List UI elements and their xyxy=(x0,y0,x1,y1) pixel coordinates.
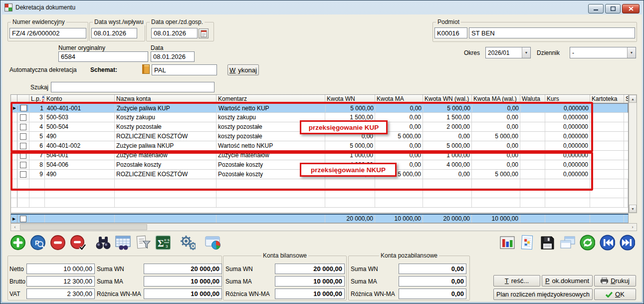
delete-checked-button[interactable] xyxy=(70,235,86,251)
header-kurs[interactable]: Kurs xyxy=(545,95,590,103)
minimize-button[interactable] xyxy=(588,4,604,13)
cell-s xyxy=(624,113,628,122)
table-row[interactable]: 7504-001Zużycie materiałówZużycie materi… xyxy=(11,151,628,160)
cell-kurs: 0,000000 xyxy=(545,122,590,131)
ok-button[interactable]: OK xyxy=(594,289,636,300)
numer-ewidencyjny-input[interactable]: FZ/4 /26/000002 xyxy=(9,28,86,38)
last-record-button[interactable] xyxy=(619,235,635,251)
szukaj-input[interactable] xyxy=(51,82,215,92)
scroll-right-icon[interactable]: › xyxy=(629,224,637,231)
cell-kwota_wn_wal: 5 000,00 xyxy=(424,105,472,112)
dziennik-select[interactable]: - ▼ xyxy=(570,47,636,58)
pok-dokument-button[interactable]: Pok.dokument xyxy=(542,275,593,287)
filter-document-button[interactable] xyxy=(135,235,151,251)
suma-wn-label: Suma WN xyxy=(97,266,124,273)
cell-kwota_wn_wal: 4 000,00 xyxy=(423,160,472,169)
row-checkbox[interactable] xyxy=(17,141,29,150)
cell-kwota_ma_wal: 0,00 xyxy=(472,151,520,160)
plan-rozliczen-button[interactable]: Plan rozliczeń międzyokresowych xyxy=(493,289,593,300)
cascade-windows-button[interactable] xyxy=(559,235,575,251)
header-kwota-wn[interactable]: Kwota WN xyxy=(325,95,375,103)
header-lp[interactable]: L.p. AZ↓ xyxy=(29,95,45,103)
calendar-button[interactable] xyxy=(199,28,209,38)
row-checkbox[interactable] xyxy=(17,113,29,122)
save-button[interactable] xyxy=(539,235,555,251)
printer-icon xyxy=(601,278,608,284)
numer-oryginalny-input[interactable]: 6584 xyxy=(58,51,148,62)
edit-position-button[interactable]: P xyxy=(30,235,46,251)
scroll-left-icon[interactable]: ‹ xyxy=(11,224,19,231)
floppy-icon xyxy=(540,235,555,250)
header-kartoteka[interactable]: Kartoteka xyxy=(590,95,624,103)
row-marker xyxy=(11,170,17,179)
drukuj-button[interactable]: Drukuj xyxy=(594,275,636,287)
scroll-down-icon[interactable]: ▼ xyxy=(629,205,637,213)
settings-button[interactable] xyxy=(180,235,196,251)
bil-roznica-field: 10 000,00 xyxy=(275,289,345,299)
refresh-button[interactable] xyxy=(579,235,595,251)
cell-s xyxy=(624,122,628,131)
chevron-down-icon[interactable]: ▼ xyxy=(522,47,530,58)
row-checkbox[interactable] xyxy=(17,170,29,179)
reports-window-button[interactable] xyxy=(205,235,220,251)
header-kwota-ma[interactable]: Kwota MA xyxy=(375,95,423,103)
okres-select[interactable]: 2026/01 ▼ xyxy=(485,47,531,58)
row-marker xyxy=(11,113,17,122)
header-konto[interactable]: Konto xyxy=(45,95,115,103)
report-document-button[interactable] xyxy=(519,235,535,251)
header-marker xyxy=(11,95,17,103)
data-wyst-input[interactable]: 08.01.2026 xyxy=(91,28,137,38)
vertical-scrollbar[interactable]: ▲ ▼ xyxy=(629,94,637,213)
row-checkbox[interactable] xyxy=(17,160,29,169)
scroll-thumb[interactable] xyxy=(20,224,147,230)
header-nazwa-konta[interactable]: Nazwa konta xyxy=(115,95,216,103)
row-checkbox[interactable] xyxy=(17,215,29,223)
data-input[interactable]: 08.01.2026 xyxy=(151,51,195,62)
window-pie-icon xyxy=(205,235,220,250)
netto-field[interactable]: 10 000,00 xyxy=(26,264,95,274)
data-oper-input[interactable]: 08.01.2026 xyxy=(151,28,198,38)
cell-kwota_ma_wal: 0,00 xyxy=(472,141,520,150)
table-row[interactable]: 6400-401-002Zużycie paliwa NKUPWartość n… xyxy=(11,141,628,151)
scroll-up-icon[interactable]: ▲ xyxy=(629,95,637,103)
delete-button[interactable] xyxy=(50,235,66,251)
horizontal-scrollbar[interactable]: ‹ › xyxy=(10,223,637,231)
chart-button[interactable] xyxy=(499,235,515,251)
row-checkbox[interactable] xyxy=(17,132,29,141)
header-komentarz[interactable]: Komentarz xyxy=(216,95,325,103)
row-checkbox[interactable] xyxy=(17,151,29,160)
close-button[interactable] xyxy=(622,4,640,13)
header-kwota-wn-wal[interactable]: Kwota WN (wal.) xyxy=(423,95,472,103)
wykonaj-button[interactable]: Wykonaj xyxy=(227,64,259,75)
bil-suma-ma-label: Suma MA xyxy=(225,278,252,285)
search-in-table-button[interactable] xyxy=(115,235,131,251)
add-button[interactable] xyxy=(10,235,26,251)
roznica-field: 10 000,00 xyxy=(144,289,222,299)
sum-formula-button[interactable]: Σx·s3 xyxy=(155,235,171,251)
table-row[interactable]: ▶1400-401-001Zużycie paliwa KUPWartość n… xyxy=(11,103,628,113)
summary-row[interactable]: ▶ 20 000,00 10 000,00 20 000,00 10 000,0… xyxy=(10,214,629,223)
brutto-field[interactable]: 12 300,00 xyxy=(26,276,95,287)
podmiot-code-input[interactable]: K00016 xyxy=(434,27,467,38)
cell-kwota_wn_wal: 2 000,00 xyxy=(423,122,472,131)
tresc-button[interactable]: Treść... xyxy=(493,275,540,287)
titlebar[interactable]: Dekretacja dokumentu xyxy=(0,0,644,14)
row-checkbox[interactable] xyxy=(17,122,29,131)
chevron-down-icon[interactable]: ▼ xyxy=(627,47,636,58)
podmiot-name-input[interactable]: ST BEN xyxy=(469,27,635,38)
maximize-button[interactable] xyxy=(605,4,621,13)
schemat-input[interactable]: PAL xyxy=(152,64,217,75)
search-button[interactable] xyxy=(95,235,111,251)
table-body: ▶1400-401-001Zużycie paliwa KUPWartość n… xyxy=(10,103,629,213)
app-icon xyxy=(4,3,12,11)
first-record-button[interactable] xyxy=(599,235,615,251)
header-waluta[interactable]: Waluta xyxy=(520,95,545,103)
cell-kartoteka xyxy=(590,122,624,131)
row-checkbox[interactable] xyxy=(18,105,30,111)
cell-nazwa: Pozostałe koszty xyxy=(115,160,216,169)
book-icon[interactable] xyxy=(142,64,150,74)
header-s[interactable]: S xyxy=(624,95,628,103)
cell-konto: 504-001 xyxy=(45,151,115,160)
header-kwota-ma-wal[interactable]: Kwota MA (wal.) xyxy=(472,95,520,103)
vat-field[interactable]: 2 300,00 xyxy=(26,289,95,299)
